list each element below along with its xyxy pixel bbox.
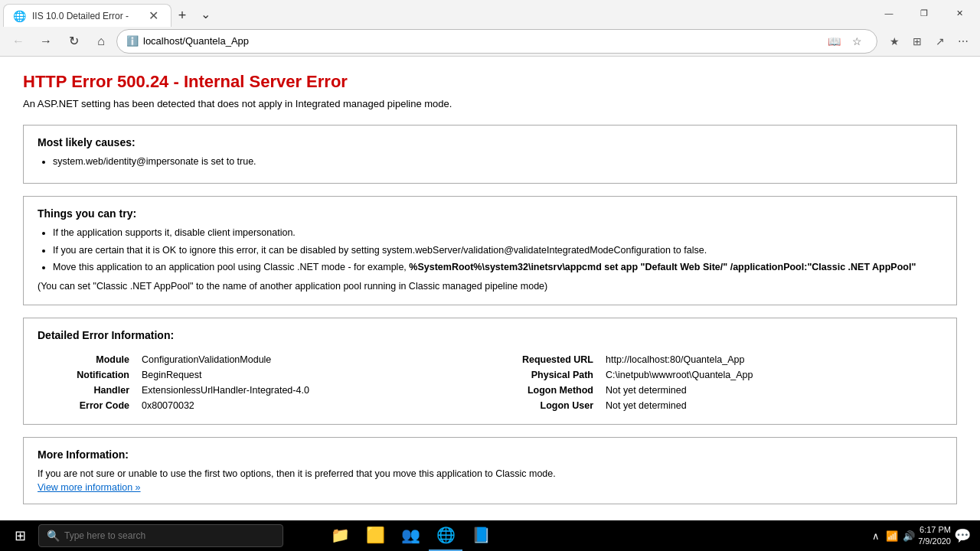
close-button[interactable]: ✕ — [942, 0, 977, 26]
more-info-link[interactable]: View more information » — [38, 482, 141, 493]
logon-method-value: Not yet determined — [601, 383, 942, 398]
details-heading: Detailed Error Information: — [38, 329, 942, 341]
home-button[interactable]: ⌂ — [89, 29, 113, 54]
tray-time: 6:17 PM — [918, 524, 951, 536]
module-value: ConfigurationValidationModule — [137, 352, 479, 367]
details-right-table: Requested URL http://localhost:80/Quante… — [501, 352, 942, 413]
taskbar-search-icon: 🔍 — [47, 530, 60, 542]
taskbar-search-bar[interactable]: 🔍 — [38, 524, 283, 547]
details-section: Module ConfigurationValidationModule Not… — [38, 347, 942, 413]
table-row: Requested URL http://localhost:80/Quante… — [501, 352, 942, 367]
table-row: Logon Method Not yet determined — [501, 383, 942, 398]
causes-box: Most likely causes: system.web/identity@… — [23, 125, 957, 184]
more-info-heading: More Information: — [38, 448, 942, 461]
details-right-col: Requested URL http://localhost:80/Quante… — [501, 347, 942, 413]
try-heading: Things you can try: — [38, 207, 942, 220]
table-row: Notification BeginRequest — [38, 367, 479, 383]
taskbar-edge[interactable]: 🌐 — [429, 520, 462, 551]
address-bar[interactable]: ℹ️ 📖 ☆ — [116, 29, 877, 54]
notification-value: BeginRequest — [137, 367, 479, 383]
notification-center-button[interactable]: 💬 — [954, 527, 971, 544]
tray-date: 7/9/2020 — [918, 536, 951, 547]
taskbar-vscode[interactable]: 📘 — [464, 520, 498, 551]
collections-button[interactable]: ⊞ — [906, 31, 928, 52]
try-item-1: If the application supports it, disable … — [53, 226, 942, 240]
causes-heading: Most likely causes: — [38, 136, 942, 148]
try-item-3: Move this application to an application … — [53, 260, 942, 275]
try-note: (You can set "Classic .NET AppPool" to t… — [38, 279, 942, 294]
tab-bar: 🌐 IIS 10.0 Detailed Error - ✕ + ⌄ — [3, 0, 868, 26]
table-row: Physical Path C:\inetpub\wwwroot\Quantel… — [501, 367, 942, 383]
restore-button[interactable]: ❐ — [906, 0, 942, 26]
taskbar-ie[interactable]: ℹ — [499, 520, 533, 551]
notification-label: Notification — [38, 367, 137, 383]
tray-icons: 📶 🔊 — [886, 530, 915, 542]
cause-item-1: system.web/identity@impersonate is set t… — [53, 155, 942, 169]
navigation-bar: ← → ↻ ⌂ ℹ️ 📖 ☆ ★ ⊞ ↗ ⋯ — [0, 26, 980, 57]
favorites-button[interactable]: ☆ — [846, 31, 867, 52]
active-tab[interactable]: 🌐 IIS 10.0 Detailed Error - ✕ — [3, 4, 172, 27]
logon-user-value: Not yet determined — [601, 398, 942, 413]
tab-list-button[interactable]: ⌄ — [193, 2, 217, 26]
taskbar-task-view[interactable]: ⧉ — [288, 520, 322, 551]
logon-method-label: Logon Method — [501, 383, 601, 398]
taskbar: ⊞ 🔍 ⧉ 📁 🟨 👥 🌐 📘 ℹ ∧ 📶 🔊 6:17 PM 7/9/2020 — [0, 520, 980, 551]
refresh-button[interactable]: ↻ — [61, 29, 86, 54]
share-button[interactable]: ↗ — [929, 31, 951, 52]
error-code-label: Error Code — [38, 398, 137, 413]
taskbar-tray: ∧ 📶 🔊 6:17 PM 7/9/2020 💬 — [866, 524, 977, 548]
taskbar-store[interactable]: 🟨 — [358, 520, 392, 551]
reader-view-button[interactable]: 📖 — [823, 31, 844, 52]
tray-overflow-button[interactable]: ∧ — [872, 530, 880, 542]
tray-clock[interactable]: 6:17 PM 7/9/2020 — [918, 524, 951, 548]
start-button[interactable]: ⊞ — [3, 520, 37, 551]
address-actions: 📖 ☆ — [823, 31, 867, 52]
tray-volume-icon[interactable]: 🔊 — [903, 530, 915, 542]
tab-title: IIS 10.0 Detailed Error - — [32, 11, 139, 21]
more-info-text: If you are not sure or unable to use the… — [38, 467, 942, 481]
address-input[interactable] — [143, 35, 818, 47]
try-box: Things you can try: If the application s… — [23, 196, 957, 305]
details-left-col: Module ConfigurationValidationModule Not… — [38, 347, 479, 413]
handler-value: ExtensionlessUrlHandler-Integrated-4.0 — [137, 383, 479, 398]
table-row: Module ConfigurationValidationModule — [38, 352, 479, 367]
taskbar-file-explorer[interactable]: 📁 — [323, 520, 357, 551]
requested-url-label: Requested URL — [501, 352, 601, 367]
handler-label: Handler — [38, 383, 137, 398]
more-info-box: More Information: If you are not sure or… — [23, 437, 957, 504]
forward-button[interactable]: → — [34, 29, 58, 54]
physical-path-value: C:\inetpub\wwwroot\Quantela_App — [601, 367, 942, 383]
details-left-table: Module ConfigurationValidationModule Not… — [38, 352, 479, 413]
tab-favicon: 🌐 — [13, 10, 26, 22]
security-icon: ℹ️ — [126, 35, 139, 47]
back-button[interactable]: ← — [6, 29, 31, 54]
taskbar-teams[interactable]: 👥 — [394, 520, 427, 551]
tray-network-icon[interactable]: 📶 — [886, 530, 898, 542]
page-content: HTTP Error 500.24 - Internal Server Erro… — [0, 57, 980, 520]
try-list: If the application supports it, disable … — [38, 226, 942, 275]
favorites-bar-button[interactable]: ★ — [884, 31, 905, 52]
toolbar-icons: ★ ⊞ ↗ ⋯ — [884, 31, 974, 52]
physical-path-label: Physical Path — [501, 367, 601, 383]
taskbar-search-input[interactable] — [64, 530, 275, 541]
table-row: Handler ExtensionlessUrlHandler-Integrat… — [38, 383, 479, 398]
table-row: Error Code 0x80070032 — [38, 398, 479, 413]
error-code-value: 0x80070032 — [137, 398, 479, 413]
tab-close-button[interactable]: ✕ — [145, 7, 162, 24]
settings-button[interactable]: ⋯ — [952, 31, 974, 52]
module-label: Module — [38, 352, 137, 367]
error-title: HTTP Error 500.24 - Internal Server Erro… — [23, 72, 957, 92]
new-tab-button[interactable]: + — [172, 5, 193, 26]
details-box: Detailed Error Information: Module Confi… — [23, 318, 957, 425]
table-row: Logon User Not yet determined — [501, 398, 942, 413]
taskbar-apps: ⧉ 📁 🟨 👥 🌐 📘 ℹ — [288, 520, 533, 551]
error-subtitle: An ASP.NET setting has been detected tha… — [23, 98, 957, 109]
logon-user-label: Logon User — [501, 398, 601, 413]
windows-icon: ⊞ — [15, 527, 26, 544]
minimize-button[interactable]: — — [871, 0, 906, 26]
requested-url-value: http://localhost:80/Quantela_App — [601, 352, 942, 367]
command-highlight: %SystemRoot%\system32\inetsrv\appcmd set… — [409, 262, 916, 272]
causes-list: system.web/identity@impersonate is set t… — [38, 155, 942, 169]
title-bar: 🌐 IIS 10.0 Detailed Error - ✕ + ⌄ — ❐ ✕ — [0, 0, 980, 26]
try-item-2: If you are certain that it is OK to igno… — [53, 243, 942, 258]
